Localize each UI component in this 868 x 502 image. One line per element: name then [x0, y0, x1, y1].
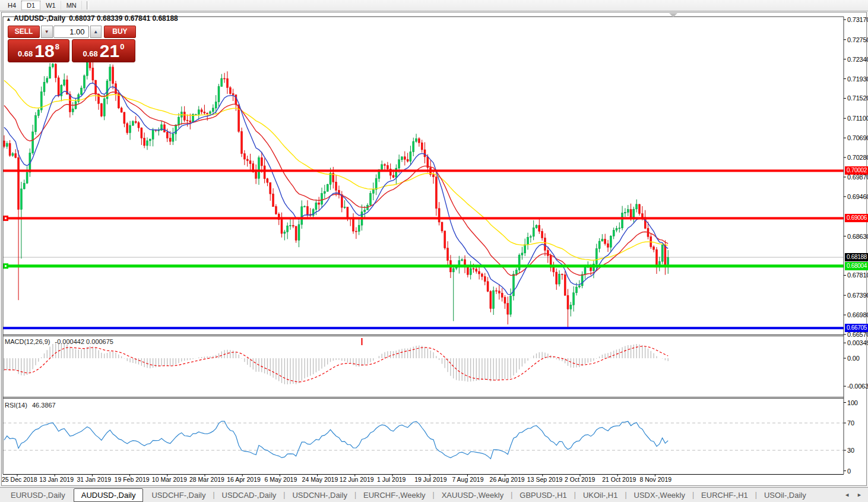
macd-indicator-name: MACD(12,26,9)	[5, 338, 50, 345]
timeframe-toolbar: H4D1W1MN	[0, 0, 868, 11]
chart-tab-audusd-daily[interactable]: AUDUSD-,Daily	[74, 488, 144, 502]
timeframe-button-h4[interactable]: H4	[2, 1, 21, 10]
buy-button[interactable]: BUY	[104, 26, 136, 38]
chart-tab-usdcnh-daily[interactable]: USDCNH-,Daily	[285, 488, 354, 502]
chart-tab-bar: EURUSD-,DailyAUDUSD-,DailyUSDCHF-,Daily|…	[0, 487, 868, 502]
chart-tab-usdx-weekly[interactable]: USDX-,Weekly	[627, 488, 692, 502]
buy-price-main: 21	[100, 41, 119, 61]
collapse-chart-icon[interactable]: ▲	[6, 16, 11, 22]
chart-title: ▲AUDUSD-,Daily0.68037 0.68339 0.67841 0.…	[6, 14, 178, 23]
macd-indicator-label: MACD(12,26,9) -0.000442 0.000675	[5, 338, 113, 345]
macd-indicator-values: -0.000442 0.000675	[55, 338, 113, 345]
chart-ohlc-quote: 0.68037 0.68339 0.67841 0.68188	[69, 14, 178, 23]
sell-price-main: 18	[34, 41, 54, 61]
chart-tab-ukoil-h1[interactable]: UKOil-,H1	[576, 488, 625, 502]
chart-tab-eurchf-weekly[interactable]: EURCHF-,Weekly	[356, 488, 433, 502]
chart-tab-usoil-daily[interactable]: USOil-,Daily	[757, 488, 813, 502]
buy-price-prefix: 0.68	[83, 49, 98, 58]
timeframe-buttons: H4D1W1MN	[2, 0, 82, 11]
timeframe-button-mn[interactable]: MN	[61, 1, 82, 10]
volume-increase-button[interactable]: ▲	[90, 26, 102, 38]
chart-tab-xauusd-weekly[interactable]: XAUUSD-,Weekly	[435, 488, 511, 502]
tab-scroll-left-icon[interactable]: ◄	[844, 492, 850, 498]
tab-scroll-right-icon[interactable]: ►	[857, 492, 862, 498]
timeframe-button-d1[interactable]: D1	[21, 1, 40, 10]
chart-tab-usdchf-daily[interactable]: USDCHF-,Daily	[144, 488, 213, 502]
chart-tabs: EURUSD-,DailyAUDUSD-,DailyUSDCHF-,Daily|…	[0, 488, 813, 502]
sell-price-box[interactable]: 0.68 18 8	[8, 39, 69, 62]
buy-price-box[interactable]: 0.68 21 0	[72, 39, 135, 62]
sell-price-prefix: 0.68	[18, 49, 33, 58]
chart-tab-eurchf-h1[interactable]: EURCHF-,H1	[694, 488, 755, 502]
chart-tab-eurusd-daily[interactable]: EURUSD-,Daily	[4, 488, 72, 502]
chart-window	[1, 12, 867, 486]
timeframe-button-w1[interactable]: W1	[40, 1, 61, 10]
sell-button[interactable]: SELL	[8, 26, 40, 38]
volume-input[interactable]	[53, 26, 89, 38]
rsi-indicator-label: RSI(14) 46.3867	[5, 402, 56, 409]
chart-tab-usdcad-daily[interactable]: USDCAD-,Daily	[215, 488, 284, 502]
tab-scroll-arrows: ◄ ►	[844, 488, 862, 502]
chart-symbol-period: AUDUSD-,Daily	[14, 14, 65, 23]
one-click-trading-widget: SELL ▼ ▲ BUY 0.68 18 8 0.68 21 0	[8, 26, 136, 62]
rsi-indicator-name: RSI(14)	[5, 402, 27, 409]
rsi-indicator-value: 46.3867	[32, 402, 56, 409]
chart-tab-gbpusd-h1[interactable]: GBPUSD-,H1	[512, 488, 574, 502]
volume-decrease-button[interactable]: ▼	[41, 26, 52, 38]
toolbar-separator	[87, 1, 89, 10]
buy-price-pip: 0	[120, 42, 124, 51]
sell-price-pip: 8	[55, 42, 59, 51]
